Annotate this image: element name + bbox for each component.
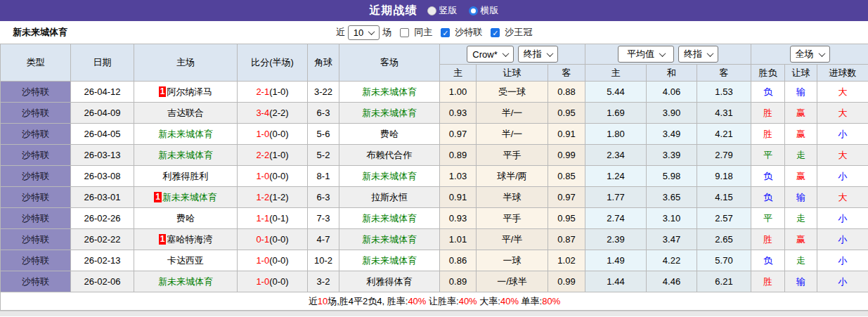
radio-icon[interactable]	[469, 6, 478, 15]
cell-handicap-result: 走	[785, 208, 817, 229]
cell-goals-result: 大	[817, 103, 868, 124]
home-team-name: 塞哈特海湾	[167, 234, 212, 245]
odds-time-select[interactable]: 终指	[518, 46, 558, 63]
cell-result: 负	[751, 250, 785, 271]
fulltime-score: 1-0	[256, 255, 269, 266]
radio-vertical-layout[interactable]: 竖版	[427, 4, 458, 17]
cell-away-team: 新未来城体育	[339, 166, 440, 187]
cell-odds-handicap: 平/半	[477, 229, 548, 250]
cell-away-team: 布赖代合作	[339, 145, 440, 166]
cell-odds-handicap: 一/球半	[477, 271, 548, 292]
col-header-date: 日期	[71, 44, 134, 82]
cell-avg-home: 1.80	[585, 124, 647, 145]
sub-header-goals: 进球数	[817, 65, 868, 82]
cell-date: 26-04-05	[71, 124, 134, 145]
avg-source-select[interactable]: 平均值	[618, 46, 674, 63]
cell-result: 胜	[751, 229, 785, 250]
page-bottom-strip	[0, 311, 868, 316]
home-team-name: 新未来城体育	[158, 276, 213, 287]
cell-away-team: 拉斯永恒	[339, 187, 440, 208]
cell-avg-away: 4.21	[697, 124, 751, 145]
halftime-score: (1-0)	[269, 150, 288, 160]
cell-goals-result: 小	[817, 271, 868, 292]
table-row: 沙特联26-02-221塞哈特海湾0-1(0-0)4-7新未来城体育1.01平/…	[1, 229, 868, 250]
table-row: 沙特联26-04-05新未来城体育1-0(0-0)5-6费哈0.97半/一0.9…	[1, 124, 868, 145]
table-row: 沙特联26-04-121阿尔纳泽马2-1(1-0)3-22新未来城体育1.00受…	[1, 82, 868, 103]
cell-avg-draw: 3.10	[647, 208, 697, 229]
halftime-score: (0-0)	[269, 171, 288, 181]
cell-date: 26-03-08	[71, 166, 134, 187]
cell-away-team: 新未来城体育	[339, 229, 440, 250]
halftime-score: (0-0)	[269, 129, 288, 139]
home-team-name: 吉达联合	[167, 108, 204, 118]
cell-date: 26-02-13	[71, 250, 134, 271]
chevron-down-icon	[546, 50, 553, 57]
cell-corners: 5-2	[308, 145, 339, 166]
fulltime-score: 1-0	[256, 276, 269, 287]
cell-league-type: 沙特联	[1, 103, 71, 124]
chevron-down-icon	[659, 50, 666, 57]
cell-avg-away: 6.21	[697, 271, 751, 292]
sub-header-handicap-result: 让球	[785, 65, 817, 82]
fulltime-score: 1-0	[256, 129, 269, 139]
cell-score: 1-2(1-2)	[238, 187, 308, 208]
cell-odds-home: 0.93	[440, 103, 477, 124]
table-row: 沙特联26-03-011新未来城体育1-2(1-2)6-3拉斯永恒0.91半球0…	[1, 187, 868, 208]
avg-time-select[interactable]: 终指	[678, 46, 718, 63]
radio-icon[interactable]	[427, 6, 436, 15]
odds-source-select[interactable]: Crow*	[467, 46, 513, 63]
fulltime-score: 0-1	[256, 234, 269, 245]
cell-home-team: 新未来城体育	[134, 124, 238, 145]
cell-league-type: 沙特联	[1, 187, 71, 208]
cell-home-team: 新未来城体育	[134, 145, 238, 166]
away-team-name: 新未来城体育	[362, 234, 417, 245]
cell-corners: 6-3	[308, 187, 339, 208]
away-team-name: 布赖代合作	[367, 150, 413, 160]
cell-odds-home: 0.93	[440, 208, 477, 229]
cell-odds-handicap: 半/一	[477, 124, 548, 145]
cell-avg-away: 4.15	[697, 187, 751, 208]
cell-score: 3-4(2-2)	[238, 103, 308, 124]
games-count-select[interactable]: 10	[348, 25, 380, 40]
col-header-away: 客场	[339, 44, 440, 82]
scope-value: 全场	[796, 48, 814, 60]
cell-score: 1-0(0-0)	[238, 166, 308, 187]
cell-odds-away: 0.97	[548, 187, 585, 208]
cell-league-type: 沙特联	[1, 166, 71, 187]
table-row: 沙特联26-02-26费哈1-1(0-1)7-3新未来城体育0.93平手0.95…	[1, 208, 868, 229]
league1-checkbox[interactable]: ✓	[441, 28, 450, 37]
avg-time-value: 终指	[684, 48, 702, 60]
summary-stat-value: 40%	[408, 296, 426, 306]
cell-result: 胜	[751, 271, 785, 292]
radio-horizontal-layout[interactable]: 横版	[469, 4, 499, 17]
cell-goals-result: 小	[817, 124, 868, 145]
league2-label: 沙王冠	[505, 26, 532, 39]
chevron-down-icon	[502, 50, 509, 57]
same-home-checkbox[interactable]	[400, 28, 409, 37]
table-row: 沙特联26-03-13新未来城体育2-2(1-0)5-2布赖代合作0.89平手0…	[1, 145, 868, 166]
cell-corners: 4-7	[308, 229, 339, 250]
cell-odds-handicap: 半/一	[477, 103, 548, 124]
rank-badge: 1	[159, 86, 167, 97]
cell-odds-handicap: 受一球	[477, 82, 548, 103]
home-team-name: 新未来城体育	[158, 129, 213, 139]
summary-text: 单率:	[519, 296, 542, 306]
near-label: 近	[336, 26, 345, 39]
cell-away-team: 新未来城体育	[339, 82, 440, 103]
cell-odds-handicap: 平手	[477, 208, 548, 229]
cell-score: 1-0(0-0)	[238, 271, 308, 292]
away-team-name: 新未来城体育	[362, 86, 417, 97]
league2-checkbox[interactable]: ✓	[491, 28, 500, 37]
home-team-name: 卡达西亚	[167, 255, 204, 266]
col-header-type: 类型	[1, 44, 71, 82]
summary-row: 近10场,胜4平2负4, 胜率:40% 让胜率:40% 大率:40% 单率:80…	[1, 292, 868, 311]
home-team-name: 费哈	[176, 213, 195, 224]
cell-result: 负	[751, 187, 785, 208]
cell-odds-away: 0.99	[548, 145, 585, 166]
odds-selects-cell: Crow* 终指	[440, 44, 585, 65]
title-bar: 近期战绩 竖版 横版	[0, 0, 868, 21]
away-team-name: 费哈	[380, 129, 399, 139]
scope-select[interactable]: 全场	[790, 46, 830, 63]
cell-goals-result: 小	[817, 250, 868, 271]
cell-odds-away: 0.87	[548, 229, 585, 250]
